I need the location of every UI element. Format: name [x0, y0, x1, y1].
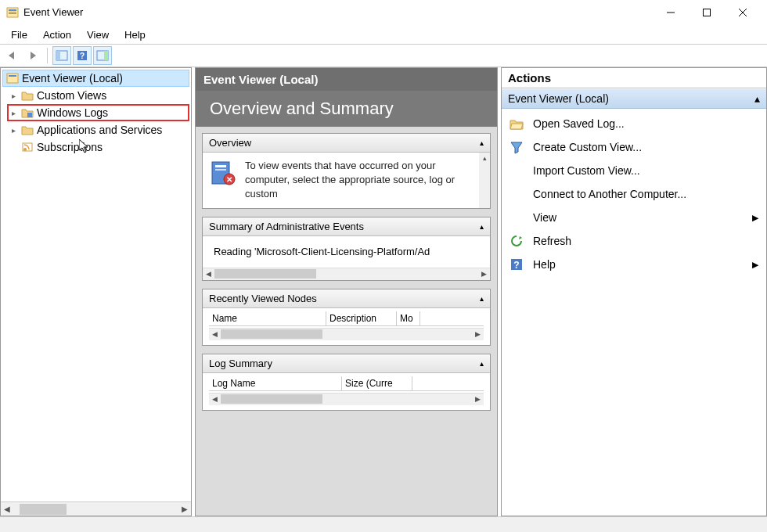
action-label: Import Custom View... — [533, 164, 640, 177]
help-button[interactable]: ? — [73, 46, 92, 65]
toolbar-separator — [47, 48, 48, 63]
col-size[interactable]: Size (Curre — [342, 376, 412, 390]
section-recent-head[interactable]: Recently Viewed Nodes ▴ — [203, 289, 490, 308]
svg-rect-5 — [704, 9, 711, 16]
section-summary-body: Reading 'Microsoft-Client-Licensing-Plat… — [203, 236, 490, 268]
scroll-right-icon[interactable]: ▶ — [472, 395, 484, 403]
collapse-icon[interactable]: ▴ — [480, 138, 484, 147]
action-refresh[interactable]: Refresh — [502, 229, 766, 253]
collapse-icon[interactable]: ▴ — [480, 222, 484, 231]
section-recent: Recently Viewed Nodes ▴ Name Description… — [202, 289, 491, 346]
actions-subheader-label: Event Viewer (Local) — [508, 92, 609, 105]
collapse-icon[interactable]: ▴ — [480, 294, 484, 303]
scroll-left-icon[interactable]: ◀ — [209, 395, 221, 403]
overview-vscrollbar[interactable]: ▴ — [479, 153, 490, 208]
menu-help[interactable]: Help — [117, 27, 153, 42]
menu-action[interactable]: Action — [35, 27, 79, 42]
menu-view[interactable]: View — [79, 27, 117, 42]
titlebar: Event Viewer — [0, 0, 767, 25]
minimize-button[interactable] — [653, 0, 689, 25]
scroll-left-icon[interactable]: ◀ — [203, 270, 214, 278]
section-overview: Overview ▴ ✕ To view events that have oc… — [202, 133, 491, 209]
scroll-thumb[interactable] — [221, 394, 322, 404]
tree-root-label: Event Viewer (Local) — [22, 72, 123, 84]
section-head-label: Log Summary — [209, 358, 272, 369]
summary-status-text: Reading 'Microsoft-Client-Licensing-Plat… — [209, 243, 484, 261]
folder-icon — [21, 89, 34, 102]
action-open-saved-log[interactable]: Open Saved Log... — [502, 112, 766, 135]
tree-root[interactable]: Event Viewer (Local) — [2, 70, 189, 87]
tree-item-label: Subscriptions — [37, 141, 103, 153]
recent-hscrollbar[interactable]: ◀ ▶ — [209, 328, 484, 340]
close-button[interactable] — [725, 0, 761, 25]
svg-rect-1 — [9, 9, 16, 11]
tree-panel: Event Viewer (Local) ▸ Custom Views ▸ Wi… — [0, 67, 192, 516]
blank-icon — [510, 187, 524, 201]
tree-item-label: Windows Logs — [37, 106, 108, 119]
scroll-up-icon[interactable]: ▴ — [479, 153, 490, 162]
collapse-icon[interactable]: ▴ — [480, 359, 484, 368]
action-label: Open Saved Log... — [533, 117, 625, 130]
svg-rect-14 — [7, 74, 18, 83]
col-name[interactable]: Name — [209, 311, 326, 325]
statusbar — [0, 516, 767, 532]
svg-rect-21 — [215, 169, 226, 171]
nav-forward-button[interactable] — [23, 46, 42, 65]
section-summary-head[interactable]: Summary of Administrative Events ▴ — [203, 217, 490, 236]
col-modified[interactable]: Mo — [397, 311, 420, 325]
svg-rect-3 — [9, 13, 16, 14]
action-view[interactable]: View ▶ — [502, 206, 766, 229]
action-label: View — [533, 211, 556, 224]
expand-caret-icon[interactable]: ▸ — [9, 109, 18, 117]
col-description[interactable]: Description — [326, 311, 397, 325]
expand-caret-icon[interactable]: ▸ — [9, 92, 18, 100]
tree-item-custom-views[interactable]: ▸ Custom Views — [7, 87, 189, 104]
action-connect-another-computer[interactable]: Connect to Another Computer... — [502, 182, 766, 206]
scroll-thumb[interactable] — [214, 269, 316, 279]
scroll-thumb[interactable] — [221, 329, 322, 339]
center-header: Event Viewer (Local) — [196, 68, 497, 91]
svg-rect-9 — [56, 51, 60, 60]
scroll-right-icon[interactable]: ▶ — [478, 270, 490, 278]
nav-back-button[interactable] — [3, 46, 22, 65]
tree-item-applications-services[interactable]: ▸ Applications and Services — [7, 121, 189, 138]
scroll-left-icon[interactable]: ◀ — [4, 505, 10, 513]
tree-item-windows-logs[interactable]: ▸ Windows Logs — [7, 104, 189, 121]
svg-text:✕: ✕ — [226, 175, 232, 184]
scroll-right-icon[interactable]: ▶ — [182, 505, 188, 513]
main-area: Event Viewer (Local) ▸ Custom Views ▸ Wi… — [0, 67, 767, 516]
scroll-thumb[interactable] — [20, 504, 67, 515]
action-label: Help — [533, 258, 556, 271]
blank-icon — [510, 210, 524, 225]
section-overview-head[interactable]: Overview ▴ — [203, 134, 490, 153]
expand-caret-icon[interactable]: ▸ — [9, 126, 18, 135]
tree-item-subscriptions[interactable]: Subscriptions — [7, 138, 189, 156]
scroll-right-icon[interactable]: ▶ — [472, 330, 484, 338]
section-log-summary-head[interactable]: Log Summary ▴ — [203, 354, 490, 373]
section-head-label: Recently Viewed Nodes — [209, 293, 317, 304]
logsummary-hscrollbar[interactable]: ◀ ▶ — [209, 393, 484, 405]
subscription-icon — [21, 141, 34, 153]
console-icon — [6, 72, 19, 84]
action-create-custom-view[interactable]: Create Custom View... — [502, 135, 766, 159]
section-log-summary: Log Summary ▴ Log Name Size (Curre ◀ ▶ — [202, 354, 491, 411]
show-hide-action-button[interactable] — [93, 46, 112, 65]
summary-hscrollbar[interactable]: ◀ ▶ — [203, 268, 490, 280]
tree-hscrollbar[interactable]: ◀ ▶ — [1, 501, 191, 516]
action-label: Refresh — [533, 235, 571, 247]
folder-open-icon — [510, 117, 524, 131]
window-controls — [653, 0, 761, 25]
scroll-left-icon[interactable]: ◀ — [209, 330, 221, 338]
menu-file[interactable]: File — [3, 27, 35, 42]
action-import-custom-view[interactable]: Import Custom View... — [502, 159, 766, 182]
maximize-button[interactable] — [689, 0, 725, 25]
show-hide-tree-button[interactable] — [52, 46, 71, 65]
action-label: Connect to Another Computer... — [533, 188, 686, 200]
folder-icon — [21, 124, 34, 136]
recent-columns: Name Description Mo — [209, 311, 484, 326]
action-help[interactable]: ? Help ▶ — [502, 253, 766, 276]
collapse-icon[interactable]: ▴ — [754, 92, 760, 105]
actions-subheader[interactable]: Event Viewer (Local) ▴ — [502, 88, 766, 109]
log-folder-icon — [21, 106, 34, 119]
col-log-name[interactable]: Log Name — [209, 376, 342, 390]
